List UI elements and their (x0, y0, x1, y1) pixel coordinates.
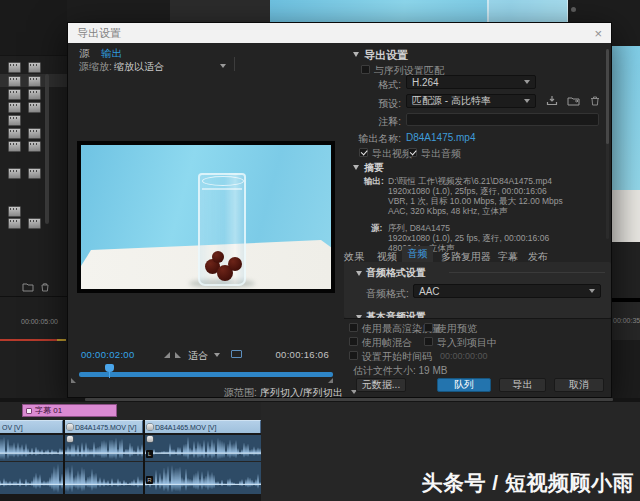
clip-item-icon[interactable] (8, 102, 21, 113)
summary-source-label: 源: (371, 223, 382, 235)
basic-audio-header: 基本音频设置 (366, 310, 426, 318)
chevron-down-icon (524, 80, 530, 84)
dialog-titlebar[interactable]: 导出设置 × (68, 23, 611, 43)
clip-item-icon[interactable] (8, 206, 21, 217)
preview-scrubber-bar[interactable] (79, 372, 333, 377)
range-handle-right[interactable] (328, 378, 333, 383)
timeline-hscroll-thumb[interactable] (85, 398, 613, 401)
video-clip-label: D84A1475.MOV [V] (75, 424, 136, 431)
import-preset-icon[interactable] (567, 95, 580, 106)
audio-format-value: AAC (419, 286, 440, 297)
clip-item-icon[interactable] (28, 141, 41, 152)
export-video-label: 导出视频 (372, 147, 412, 161)
range-handle-left[interactable] (71, 378, 76, 383)
summary-output-line: 1920x1080 (1.0), 25fps, 逐行, 00:00:16:06 (388, 186, 547, 196)
timeline-bottom-edge (0, 494, 261, 501)
chevron-down-icon[interactable] (220, 64, 226, 68)
clip-item-icon[interactable] (28, 102, 41, 113)
section-collapse-icon[interactable] (353, 165, 359, 170)
video-clip[interactable]: D84A1465.MOV [V] (145, 420, 261, 433)
clip-item-icon[interactable] (8, 89, 21, 100)
import-into-project-label: 导入到项目中 (437, 336, 497, 350)
caption-clip[interactable]: 字幕 01 (22, 404, 117, 417)
clip-item-icon[interactable] (8, 76, 21, 87)
max-render-quality-checkbox[interactable] (349, 323, 358, 332)
video-clip-label: OV [V] (2, 424, 23, 431)
queue-button[interactable]: 队列 (437, 378, 491, 392)
use-previews-label: 使用预览 (437, 322, 477, 336)
clip-item-icon[interactable] (8, 62, 21, 73)
fx-badge-icon (147, 424, 153, 430)
set-start-timecode-checkbox[interactable] (349, 351, 358, 360)
clip-item-icon[interactable] (8, 141, 21, 152)
caption-clip-label: 字幕 01 (35, 405, 62, 416)
project-panel-scrollbar[interactable] (45, 74, 49, 224)
render-bar-red (0, 339, 57, 341)
preset-dropdown[interactable]: 匹配源 - 高比特率 (406, 94, 536, 108)
fx-badge-icon (147, 436, 153, 442)
start-timecode-value: 00:00:00:00 (440, 351, 488, 361)
set-in-point-icon[interactable] (164, 352, 170, 358)
clip-item-icon[interactable] (28, 218, 41, 229)
audio-waveform-right (0, 462, 261, 494)
playhead-stem (109, 371, 110, 378)
panel-divider (344, 318, 611, 319)
monitor-icon[interactable] (231, 350, 242, 358)
zoom-fit-dropdown[interactable]: 适合 (188, 349, 208, 363)
delete-preset-icon[interactable] (590, 95, 600, 106)
format-dropdown[interactable]: H.264 (406, 75, 536, 89)
tab-output[interactable]: 输出 (101, 47, 122, 61)
output-name-link[interactable]: D84A1475.mp4 (406, 132, 476, 143)
preset-label: 预设: (331, 97, 401, 111)
settings-scrollbar-thumb[interactable] (606, 49, 609, 144)
clip-item-icon[interactable] (28, 89, 41, 100)
export-button[interactable]: 导出 (499, 378, 546, 392)
project-item-grid (0, 0, 67, 300)
audio-format-dropdown[interactable]: AAC (413, 284, 601, 298)
clip-item-icon[interactable] (28, 168, 41, 179)
import-into-project-checkbox[interactable] (424, 337, 433, 346)
export-audio-label: 导出音频 (421, 147, 461, 161)
frame-blending-checkbox[interactable] (349, 337, 358, 346)
cancel-button[interactable]: 取消 (554, 378, 604, 392)
clip-item-icon[interactable] (8, 128, 21, 139)
caption-badge-icon (26, 408, 32, 414)
tab-source[interactable]: 源 (79, 47, 90, 61)
save-preset-icon[interactable] (546, 95, 558, 106)
timeline-panel: 字幕 01 OV [V] D84A1475.MOV [V] D84A1465.M… (0, 398, 640, 501)
program-monitor-top-slice (270, 0, 568, 22)
tab-audio[interactable]: 音频 (402, 246, 433, 262)
export-settings-dialog: 导出设置 × 源 输出 源缩放: 缩放以适合 0 (67, 22, 612, 398)
preview-letterbox (77, 141, 335, 293)
set-out-point-icon[interactable] (175, 352, 181, 358)
trash-icon[interactable] (40, 282, 50, 292)
export-video-checkbox[interactable] (359, 148, 368, 157)
summary-source-line: 1920x1080 (1.0), 25 fps, 逐行, 00:00:16:06 (388, 233, 549, 243)
summary-output-path: D:\颐恒 工作\视频发布\6.21\D84A1475.mp4 (388, 176, 552, 186)
chevron-down-icon (524, 99, 530, 103)
clip-item-icon[interactable] (28, 128, 41, 139)
audio-waveform-left (0, 435, 261, 461)
comments-input[interactable] (406, 113, 599, 126)
section-collapse-icon[interactable] (356, 271, 362, 276)
video-clip[interactable]: OV [V] (0, 420, 63, 433)
export-audio-checkbox[interactable] (408, 148, 417, 157)
summary-output-label: 输出: (364, 176, 384, 188)
fx-badge-icon (67, 424, 73, 430)
close-icon[interactable]: × (594, 27, 602, 40)
clip-item-icon[interactable] (8, 168, 21, 179)
source-scaling-dropdown[interactable]: 缩放以适合 (114, 60, 164, 74)
clip-item-icon[interactable] (28, 62, 41, 73)
use-previews-checkbox[interactable] (424, 323, 433, 332)
clip-item-icon[interactable] (8, 218, 21, 229)
audio-format-label: 音频格式: (366, 287, 409, 301)
project-panel: 00:00:05:00 (0, 0, 68, 398)
clip-item-icon[interactable] (28, 76, 41, 87)
chevron-down-icon[interactable] (214, 353, 220, 357)
video-clip[interactable]: D84A1475.MOV [V] (65, 420, 143, 433)
clip-item-icon[interactable] (8, 115, 21, 126)
match-sequence-checkbox[interactable] (361, 65, 370, 74)
new-bin-icon[interactable] (22, 282, 34, 292)
section-collapse-icon[interactable] (353, 52, 359, 57)
metadata-button[interactable]: 元数据... (356, 378, 406, 392)
